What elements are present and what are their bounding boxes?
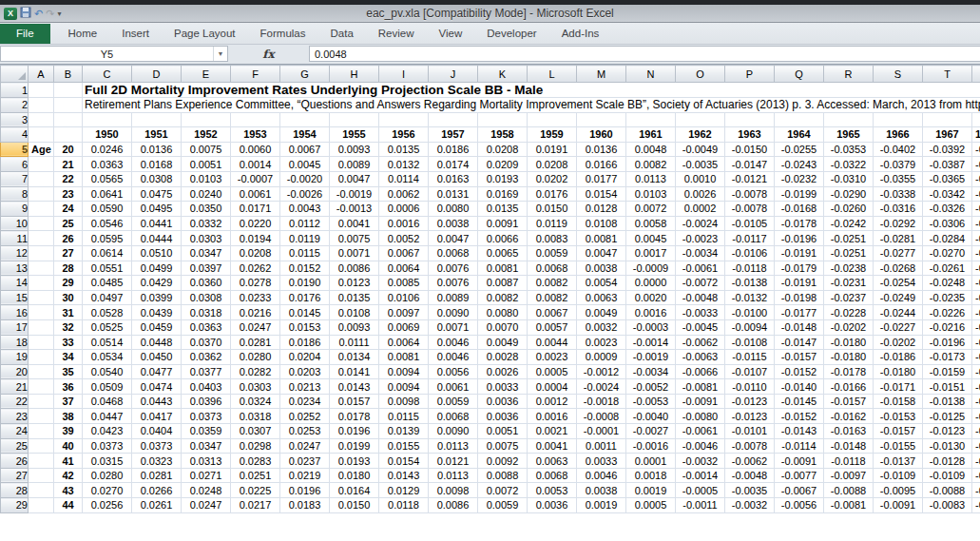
cell-K20[interactable]: 0.0026	[478, 364, 528, 379]
cell-B21[interactable]: 36	[54, 379, 83, 395]
cell-C6[interactable]: 0.0363	[83, 157, 132, 172]
cell-R23[interactable]: -0.0162	[824, 409, 874, 424]
cell-L14[interactable]: 0.0082	[528, 276, 577, 291]
cell-C23[interactable]: 0.0447	[83, 409, 132, 424]
cell-U26[interactable]: -0.0	[972, 454, 980, 469]
cell-L15[interactable]: 0.0082	[528, 290, 577, 305]
cell-E19[interactable]: 0.0362	[182, 350, 231, 365]
cell-H8[interactable]: -0.0019	[330, 186, 379, 202]
cell-U18[interactable]: -0.0	[972, 335, 980, 350]
cell-G4[interactable]: 1954	[280, 127, 330, 143]
cell-H21[interactable]: 0.0143	[330, 379, 379, 395]
cell-Q17[interactable]: -0.0148	[775, 319, 824, 335]
cell-Q18[interactable]: -0.0147	[775, 335, 824, 350]
cell-D5[interactable]: 0.0136	[132, 142, 182, 157]
cell-R20[interactable]: -0.0178	[824, 364, 874, 379]
cell-B7[interactable]: 22	[54, 171, 83, 186]
cell-G3[interactable]	[280, 112, 330, 127]
cell-O29[interactable]: -0.0011	[676, 498, 725, 513]
cell-F29[interactable]: 0.0217	[231, 498, 280, 513]
cell-K13[interactable]: 0.0081	[478, 261, 528, 276]
cell-C27[interactable]: 0.0280	[83, 468, 132, 483]
cell-R12[interactable]: -0.0251	[824, 245, 874, 261]
cell-J28[interactable]: 0.0098	[429, 483, 478, 498]
cell-A16[interactable]	[29, 305, 54, 320]
cell-C7[interactable]: 0.0565	[83, 171, 132, 186]
cell-D13[interactable]: 0.0499	[132, 261, 182, 276]
cell-D7[interactable]: 0.0308	[132, 171, 182, 186]
cell-I26[interactable]: 0.0154	[379, 454, 429, 469]
cell-B28[interactable]: 43	[54, 483, 83, 498]
cell-O25[interactable]: -0.0046	[676, 438, 725, 454]
cell-A28[interactable]	[29, 483, 54, 498]
cell-D10[interactable]: 0.0441	[132, 216, 182, 231]
cell-I9[interactable]: 0.0006	[379, 202, 429, 217]
cell-C28[interactable]: 0.0270	[83, 483, 132, 498]
column-header-D[interactable]: D	[132, 66, 182, 83]
cell-A26[interactable]	[29, 454, 54, 469]
cell-O23[interactable]: -0.0080	[676, 409, 725, 424]
cell-P4[interactable]: 1963	[725, 127, 775, 143]
cell-A13[interactable]	[29, 261, 54, 276]
row-header-15[interactable]: 15	[1, 290, 29, 305]
tab-insert[interactable]: Insert	[109, 24, 162, 44]
cell-T25[interactable]: -0.0130	[923, 438, 972, 454]
cell-N3[interactable]	[626, 112, 676, 127]
cell-O12[interactable]: -0.0034	[676, 245, 725, 261]
cell-Q26[interactable]: -0.0091	[775, 454, 824, 469]
cell-H27[interactable]: 0.0180	[330, 468, 379, 483]
cell-E28[interactable]: 0.0248	[182, 483, 231, 498]
cell-S15[interactable]: -0.0249	[874, 290, 923, 305]
cell-A21[interactable]	[29, 379, 54, 395]
cell-M6[interactable]: 0.0166	[577, 157, 626, 172]
cell-E4[interactable]: 1952	[182, 127, 231, 143]
cell-T10[interactable]: -0.0306	[923, 216, 972, 231]
cell-C29[interactable]: 0.0256	[83, 498, 132, 513]
cell-F15[interactable]: 0.0233	[231, 290, 280, 305]
cell-K17[interactable]: 0.0070	[478, 319, 528, 335]
cell-G12[interactable]: 0.0115	[280, 245, 330, 261]
cell-I3[interactable]	[379, 112, 429, 127]
cell-L29[interactable]: 0.0036	[528, 498, 577, 513]
row-header-1[interactable]: 1	[1, 83, 29, 98]
column-header-T[interactable]: T	[923, 66, 972, 83]
cell-C14[interactable]: 0.0485	[83, 276, 132, 291]
cell-Q28[interactable]: -0.0067	[775, 483, 824, 498]
row-header-25[interactable]: 25	[1, 438, 29, 454]
cell-B14[interactable]: 29	[54, 276, 83, 291]
cell-U28[interactable]: -0.0	[972, 483, 980, 498]
cell-T24[interactable]: -0.0123	[923, 424, 972, 439]
cell-P13[interactable]: -0.0118	[725, 261, 775, 276]
cell-N18[interactable]: -0.0014	[626, 335, 676, 350]
cell-L20[interactable]: 0.0005	[528, 364, 577, 379]
cell-R3[interactable]	[824, 112, 874, 127]
cell-T15[interactable]: -0.0235	[923, 290, 972, 305]
cell-B29[interactable]: 44	[54, 498, 83, 513]
cell-I20[interactable]: 0.0094	[379, 364, 429, 379]
cell-C24[interactable]: 0.0423	[83, 424, 132, 439]
cell-R21[interactable]: -0.0166	[824, 379, 874, 395]
cell-L21[interactable]: 0.0004	[528, 379, 577, 395]
cell-P18[interactable]: -0.0108	[725, 335, 775, 350]
cell-C8[interactable]: 0.0641	[83, 186, 132, 202]
cell-S12[interactable]: -0.0277	[874, 245, 923, 261]
cell-T22[interactable]: -0.0138	[923, 394, 972, 409]
cell-M23[interactable]: -0.0008	[577, 409, 626, 424]
cell-N16[interactable]: 0.0016	[626, 305, 676, 320]
cell-J3[interactable]	[429, 112, 478, 127]
cell-H25[interactable]: 0.0199	[330, 438, 379, 454]
cell-E25[interactable]: 0.0347	[182, 438, 231, 454]
cell-D19[interactable]: 0.0450	[132, 350, 182, 365]
cell-B12[interactable]: 27	[54, 245, 83, 261]
cell-O19[interactable]: -0.0063	[676, 350, 725, 365]
cell-F13[interactable]: 0.0262	[231, 261, 280, 276]
cell-F20[interactable]: 0.0282	[231, 364, 280, 379]
cell-T5[interactable]: -0.0392	[923, 142, 972, 157]
cell-H24[interactable]: 0.0196	[330, 424, 379, 439]
cell-I10[interactable]: 0.0016	[379, 216, 429, 231]
cell-D20[interactable]: 0.0477	[132, 364, 182, 379]
cell-O3[interactable]	[676, 112, 725, 127]
cell-B25[interactable]: 40	[54, 438, 83, 454]
insert-function-button[interactable]: fx	[228, 45, 309, 64]
tab-developer[interactable]: Developer	[474, 24, 548, 44]
